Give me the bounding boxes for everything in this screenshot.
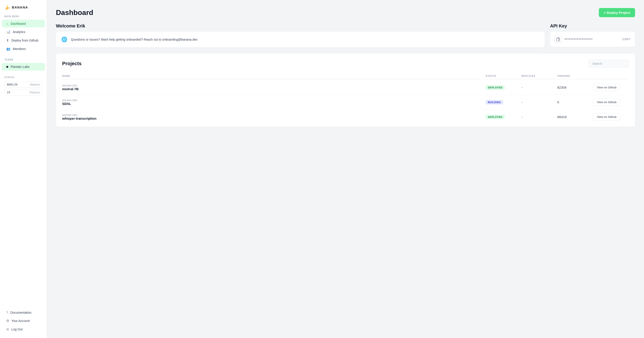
- api-key-card: ****************** COPY: [550, 32, 635, 47]
- status-badge: BUILDING: [486, 100, 503, 105]
- welcome-section: Welcome Erik 🌐 Questions or issues? Want…: [56, 23, 545, 47]
- welcome-card: 🌐 Questions or issues? Want help getting…: [56, 32, 545, 47]
- table-header: NAME STATUS REPLICAS FINISHED: [62, 73, 629, 79]
- project-name: SDXL: [62, 102, 486, 106]
- project-finished-cell: 0: [557, 100, 593, 104]
- page-header: Dashboard + Deploy Project: [56, 8, 635, 17]
- project-replicas-cell: -: [522, 86, 557, 89]
- project-name-cell: plantain-labs whisper-transcription: [62, 113, 486, 120]
- main-content: Dashboard + Deploy Project Welcome Erik …: [47, 0, 644, 338]
- sidebar-item-label: Members: [13, 47, 26, 51]
- welcome-heading: Welcome Erik: [56, 23, 545, 28]
- project-status-cell: BUILDING: [486, 100, 522, 105]
- team-item-plantain-labs[interactable]: Plantain Labs: [2, 63, 45, 71]
- project-name: mistral-7B: [62, 87, 486, 91]
- replicas-label: Replicas: [30, 91, 40, 94]
- project-action-cell: View on Github: [593, 84, 629, 91]
- analytics-icon: 📊: [6, 30, 10, 34]
- sidebar-item-your-account[interactable]: ⚙ Your Account: [2, 317, 45, 325]
- projects-title: Projects: [62, 61, 82, 67]
- project-org: plantain-labs: [62, 84, 486, 87]
- table-row: plantain-labs SDXL BUILDING - 0 View on …: [62, 95, 629, 110]
- view-github-button[interactable]: View on Github: [593, 98, 620, 106]
- api-key-heading: API Key: [550, 23, 635, 28]
- project-action-cell: View on Github: [593, 98, 629, 106]
- sidebar-item-label: Dashboard: [10, 22, 26, 25]
- sidebar-item-log-out[interactable]: ⊖ Log Out: [2, 325, 45, 333]
- project-name-cell: plantain-labs SDXL: [62, 99, 486, 106]
- project-status-cell: DEPLOYED: [486, 85, 522, 90]
- search-input[interactable]: [588, 60, 629, 67]
- balance-box: $983.28 Balance: [4, 81, 42, 88]
- project-action-cell: View on Github: [593, 113, 629, 121]
- col-finished: FINISHED: [557, 75, 593, 77]
- sidebar-item-label: Deploy from Github: [12, 39, 38, 42]
- project-org: plantain-labs: [62, 113, 486, 117]
- sidebar-item-label: Your Account: [12, 319, 30, 323]
- project-org: plantain-labs: [62, 99, 486, 102]
- status-badge: DEPLOYED: [486, 85, 505, 90]
- sidebar-item-dashboard[interactable]: ⌂ Dashboard: [2, 20, 45, 27]
- home-icon: ⌂: [6, 22, 8, 25]
- balance-value: $983.28: [7, 83, 18, 86]
- page-title: Dashboard: [56, 8, 93, 17]
- project-status-cell: DEPLOYED: [486, 115, 522, 119]
- project-name: whisper-transcription: [62, 117, 486, 120]
- project-finished-cell: 68419: [557, 115, 593, 119]
- col-name: NAME: [62, 75, 486, 77]
- svg-rect-1: [556, 38, 559, 41]
- api-section: API Key ****************** COPY: [550, 23, 635, 47]
- status-boxes: $983.28 Balance 23 Replicas: [0, 80, 47, 98]
- project-finished-cell: 82304: [557, 86, 593, 89]
- project-name-cell: plantain-labs mistral-7B: [62, 84, 486, 91]
- upload-icon: ⬆: [6, 38, 9, 42]
- replicas-value: 23: [7, 91, 10, 94]
- clipboard-icon: [554, 36, 562, 43]
- documentation-icon: ?: [6, 311, 8, 314]
- logo-icon: 🍌: [4, 4, 10, 10]
- project-replicas-cell: -: [522, 115, 557, 119]
- table-row: plantain-labs mistral-7B DEPLOYED - 8230…: [62, 80, 629, 95]
- project-replicas-cell: -: [522, 100, 557, 104]
- balance-label: Balance: [30, 83, 40, 86]
- members-icon: 👥: [6, 47, 10, 51]
- col-action: [593, 75, 629, 77]
- api-key-value: ******************: [564, 37, 620, 41]
- projects-card: Projects NAME STATUS REPLICAS FINISHED p…: [56, 54, 635, 127]
- sidebar-item-label: Log Out: [12, 328, 22, 331]
- main-menu-label: MAIN MENU: [0, 15, 47, 19]
- sidebar-item-documentation[interactable]: ? Documentation: [2, 309, 45, 316]
- projects-header: Projects: [62, 60, 629, 67]
- view-github-button[interactable]: View on Github: [593, 84, 620, 91]
- projects-table: plantain-labs mistral-7B DEPLOYED - 8230…: [62, 80, 629, 124]
- globe-icon: 🌐: [61, 37, 67, 42]
- replicas-box: 23 Replicas: [4, 89, 42, 96]
- sidebar-item-members[interactable]: 👥 Members: [2, 45, 45, 53]
- logo: 🍌 BANANA: [0, 4, 47, 15]
- col-replicas: REPLICAS: [522, 75, 557, 77]
- sidebar-item-label: Documentation: [10, 311, 31, 314]
- welcome-message: Questions or issues? Want help getting o…: [71, 37, 198, 42]
- team-dot: [6, 66, 8, 68]
- status-badge: DEPLOYED: [486, 115, 505, 119]
- sidebar: 🍌 BANANA MAIN MENU ⌂ Dashboard 📊 Analyti…: [0, 0, 47, 338]
- copy-api-key-button[interactable]: COPY: [622, 38, 630, 41]
- teams-label: TEAMS: [0, 58, 47, 63]
- welcome-api-row: Welcome Erik 🌐 Questions or issues? Want…: [56, 23, 635, 47]
- logo-text: BANANA: [12, 5, 28, 9]
- status-label: STATUS: [0, 76, 47, 80]
- sidebar-item-analytics[interactable]: 📊 Analytics: [2, 28, 45, 36]
- col-status: STATUS: [486, 75, 522, 77]
- logout-icon: ⊖: [6, 327, 9, 331]
- view-github-button[interactable]: View on Github: [593, 113, 620, 121]
- team-name: Plantain Labs: [10, 65, 30, 69]
- sidebar-item-label: Analytics: [13, 30, 25, 34]
- table-row: plantain-labs whisper-transcription DEPL…: [62, 110, 629, 124]
- sidebar-item-deploy-github[interactable]: ⬆ Deploy from Github: [2, 36, 45, 44]
- account-icon: ⚙: [6, 319, 9, 323]
- deploy-project-button[interactable]: + Deploy Project: [599, 8, 635, 17]
